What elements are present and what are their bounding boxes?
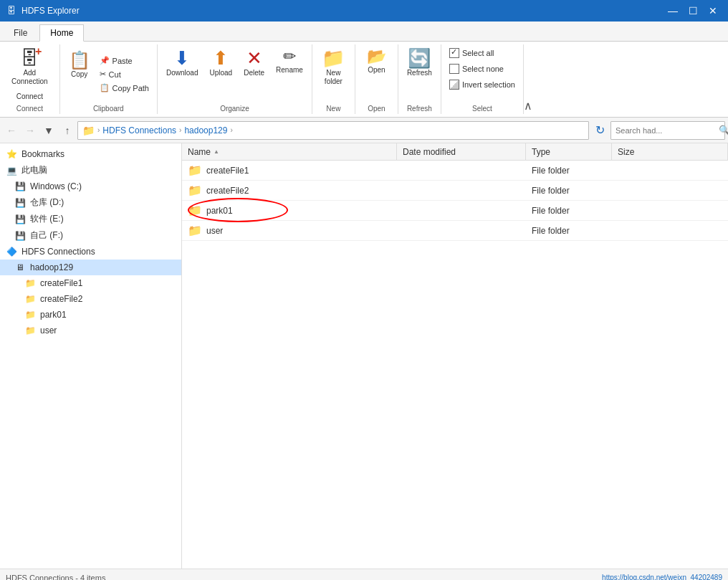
- clipboard-group-label: Clipboard: [64, 103, 153, 113]
- hdfs-connections-icon: 🔷: [6, 246, 17, 257]
- up-button[interactable]: ↑: [59, 122, 76, 139]
- createfile1-tree-icon: 📁: [24, 277, 36, 289]
- search-button[interactable]: 🔍: [719, 122, 728, 139]
- this-pc-icon: 💻: [6, 165, 17, 176]
- title-bar: 🗄 HDFS Explorer — ☐ ✕: [0, 0, 728, 22]
- breadcrumb-hdfs-connections[interactable]: HDFS Connections: [102, 125, 176, 136]
- sidebar-item-hadoop129[interactable]: 🖥 hadoop129: [0, 260, 181, 275]
- minimize-button[interactable]: —: [664, 4, 682, 18]
- ribbon-group-organize: ⬇ Download ⬆ Upload ✕ Delete ✏ Rename Or…: [158, 44, 312, 114]
- sidebar: ⭐ Bookmarks 💻 此电脑 💾 Windows (C:) 💾 仓库 (D…: [0, 143, 182, 569]
- tab-file[interactable]: File: [3, 24, 38, 41]
- sidebar-item-user-tree[interactable]: 📁 user: [0, 323, 181, 338]
- upload-label: Upload: [209, 69, 232, 77]
- back-button[interactable]: ←: [3, 122, 20, 139]
- sidebar-item-bookmarks[interactable]: ⭐ Bookmarks: [0, 146, 181, 162]
- close-button[interactable]: ✕: [704, 4, 722, 18]
- open-group-label: Open: [360, 103, 393, 113]
- file-row-createfile2[interactable]: 📁 createFile2 File folder: [182, 181, 728, 201]
- ribbon-group-clipboard: 📋 Copy 📌 Paste ✂ Cut 📋 Copy Path Clipboa…: [60, 44, 158, 114]
- status-left: HDFS Connections - 4 items: [6, 574, 105, 581]
- select-all-button[interactable]: ✓ Select all: [446, 46, 498, 60]
- organize-group-label: Organize: [162, 103, 307, 113]
- park01-tree-icon: 📁: [24, 309, 36, 320]
- invert-selection-button[interactable]: Invert selection: [446, 77, 519, 92]
- download-button[interactable]: ⬇ Download: [162, 46, 202, 80]
- sidebar-item-this-pc[interactable]: 💻 此电脑: [0, 162, 181, 179]
- paste-icon: 📌: [100, 56, 110, 65]
- col-header-type[interactable]: Type: [526, 143, 612, 160]
- sidebar-item-createfile2-tree[interactable]: 📁 createFile2: [0, 291, 181, 307]
- copy-button[interactable]: 📋 Copy: [64, 49, 95, 100]
- invert-selection-icon: [449, 80, 459, 90]
- delete-button[interactable]: ✕ Delete: [239, 46, 269, 80]
- delete-label: Delete: [244, 69, 264, 77]
- rename-icon: ✏: [283, 49, 296, 65]
- copy-path-button[interactable]: 📋 Copy Path: [96, 81, 153, 95]
- app-icon: 🗄: [6, 5, 17, 16]
- upload-icon: ⬆: [213, 49, 229, 67]
- open-button[interactable]: 📂 Open: [362, 46, 391, 77]
- breadcrumb-bar: 📁 › HDFS Connections › hadoop129 ›: [77, 121, 589, 140]
- upload-button[interactable]: ⬆ Upload: [205, 46, 236, 80]
- breadcrumb-hadoop129[interactable]: hadoop129: [184, 125, 227, 136]
- rename-button[interactable]: ✏ Rename: [272, 46, 307, 77]
- cut-icon: ✂: [100, 70, 106, 79]
- connect-group-label: Connect: [4, 103, 55, 113]
- connect-section: 🗄+ Add Connection Connect: [4, 46, 55, 103]
- connect-button[interactable]: Connect: [11, 90, 48, 103]
- file-list: Name ▲ Date modified Type Size 📁 createF…: [182, 143, 728, 569]
- paste-button[interactable]: 📌 Paste: [96, 54, 153, 67]
- maximize-button[interactable]: ☐: [684, 4, 702, 18]
- forward-button[interactable]: →: [21, 122, 39, 139]
- refresh-group-label: Refresh: [403, 103, 436, 113]
- file-row-park01[interactable]: 📁 park01 File folder: [182, 201, 728, 221]
- open-icon: 📂: [367, 49, 386, 65]
- nav-bar: ← → ▼ ↑ 📁 › HDFS Connections › hadoop129…: [0, 118, 728, 143]
- bookmarks-icon: ⭐: [6, 148, 17, 160]
- ribbon-collapse-button[interactable]: ∧: [524, 99, 532, 113]
- copy-label: Copy: [71, 70, 87, 79]
- ribbon-group-new: 📁 New folder New: [312, 44, 355, 114]
- file-row-createfile1[interactable]: 📁 createFile1 File folder: [182, 161, 728, 181]
- download-icon: ⬇: [174, 49, 190, 67]
- col-header-name[interactable]: Name ▲: [182, 143, 397, 160]
- tab-home[interactable]: Home: [39, 24, 84, 42]
- ribbon-group-open: 📂 Open Open: [355, 44, 398, 114]
- refresh-icon: 🔄: [408, 49, 431, 67]
- self-f-icon: 💾: [14, 230, 26, 242]
- sidebar-item-software-e[interactable]: 💾 软件 (E:): [0, 211, 181, 227]
- delete-icon: ✕: [246, 49, 262, 67]
- new-folder-label: New folder: [325, 69, 343, 86]
- search-input[interactable]: [611, 126, 719, 135]
- main-layout: ⭐ Bookmarks 💻 此电脑 💾 Windows (C:) 💾 仓库 (D…: [0, 143, 728, 569]
- sidebar-item-windows-c[interactable]: 💾 Windows (C:): [0, 179, 181, 194]
- storage-d-icon: 💾: [14, 197, 26, 209]
- sidebar-item-park01-tree[interactable]: 📁 park01: [0, 307, 181, 323]
- add-connection-button[interactable]: 🗄+ Add Connection: [7, 46, 52, 89]
- select-group-label: Select: [446, 103, 519, 113]
- refresh-label: Refresh: [407, 69, 432, 77]
- sidebar-item-createfile1-tree[interactable]: 📁 createFile1: [0, 275, 181, 291]
- cut-button[interactable]: ✂ Cut: [96, 67, 153, 81]
- ribbon-group-select: ✓ Select all Select none Invert selectio…: [441, 44, 524, 114]
- app-title: HDFS Explorer: [21, 6, 664, 16]
- ribbon-tabs: File Home: [0, 22, 728, 42]
- new-folder-button[interactable]: 📁 New folder: [317, 46, 349, 89]
- sidebar-item-self-f[interactable]: 💾 自己 (F:): [0, 227, 181, 244]
- ribbon: 🗄+ Add Connection Connect Connect 📋 Copy…: [0, 42, 728, 118]
- nav-dropdown-button[interactable]: ▼: [40, 122, 57, 139]
- createfile2-tree-icon: 📁: [24, 293, 36, 305]
- sidebar-item-hdfs-connections[interactable]: 🔷 HDFS Connections: [0, 244, 181, 260]
- col-header-size[interactable]: Size: [612, 143, 728, 160]
- file-row-user[interactable]: 📁 user File folder: [182, 221, 728, 241]
- refresh-button[interactable]: 🔄 Refresh: [403, 46, 436, 80]
- col-header-date[interactable]: Date modified: [397, 143, 526, 160]
- breadcrumb-folder-icon: 📁: [82, 125, 95, 136]
- nav-refresh-button[interactable]: ↻: [590, 121, 609, 140]
- select-none-button[interactable]: Select none: [446, 62, 507, 76]
- ribbon-group-connect: 🗄+ Add Connection Connect Connect: [0, 44, 60, 114]
- search-bar: 🔍: [610, 121, 725, 140]
- sidebar-item-storage-d[interactable]: 💾 仓库 (D:): [0, 194, 181, 211]
- download-label: Download: [166, 69, 198, 77]
